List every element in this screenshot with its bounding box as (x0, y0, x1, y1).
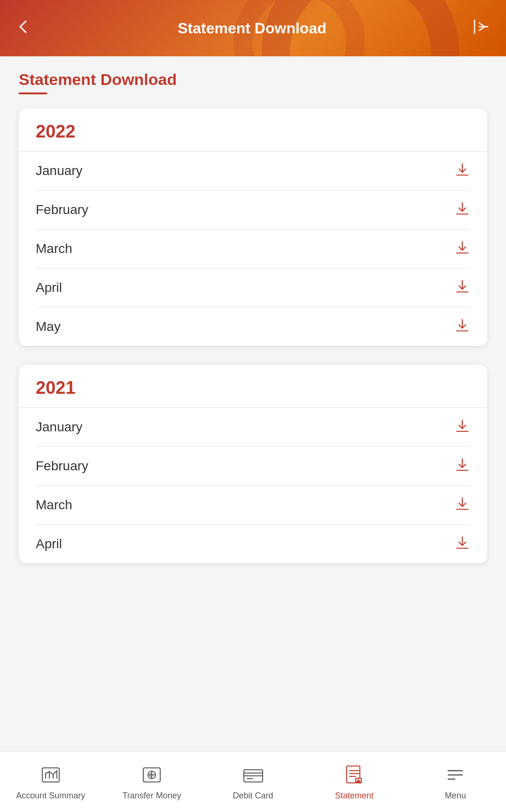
nav-item-transfer-money[interactable]: $ Transfer Money (101, 758, 202, 805)
app-header: Statement Download (0, 0, 506, 56)
debit-card-icon (241, 763, 265, 787)
transfer-money-icon: $ (140, 763, 164, 787)
nav-item-debit-card[interactable]: Debit Card (202, 758, 304, 805)
bottom-nav: Account Summary $ Transfer Money Debit C… (0, 751, 506, 812)
header-title: Statement Download (178, 20, 326, 37)
month-row-2022-january[interactable]: January (36, 152, 470, 191)
menu-icon (443, 763, 467, 787)
month-row-2021-march[interactable]: March (36, 486, 470, 525)
nav-label-transfer-money: Transfer Money (122, 791, 181, 801)
page-heading: Statement Download (19, 70, 487, 89)
month-name-2021-february: February (36, 459, 88, 474)
back-button[interactable] (14, 17, 34, 40)
month-row-2021-february[interactable]: February (36, 447, 470, 486)
nav-label-statement: Statement (335, 791, 374, 801)
download-icon-2021-march[interactable] (454, 496, 470, 514)
year-label-2021: 2021 (36, 378, 470, 398)
heading-underline (19, 92, 47, 94)
svg-text:$: $ (149, 773, 152, 778)
month-name-2022-march: March (36, 241, 72, 256)
month-row-2021-january[interactable]: January (36, 408, 470, 447)
nav-item-menu[interactable]: Menu (405, 758, 506, 805)
month-name-2021-march: March (36, 498, 72, 513)
month-row-2022-may[interactable]: May (36, 307, 470, 346)
download-icon-2022-january[interactable] (454, 162, 470, 180)
logout-button[interactable] (470, 16, 492, 41)
year-card-2022: 2022January February March April May (19, 108, 487, 346)
download-icon-2022-february[interactable] (454, 201, 470, 219)
download-icon-2021-april[interactable] (454, 535, 470, 553)
year-header-2021: 2021 (19, 365, 487, 408)
month-name-2021-january: January (36, 420, 83, 435)
nav-item-account-summary[interactable]: Account Summary (0, 758, 101, 805)
download-icon-2022-april[interactable] (454, 279, 470, 297)
year-cards-container: 2022January February March April May 202… (19, 108, 487, 563)
month-row-2022-february[interactable]: February (36, 191, 470, 230)
nav-label-debit-card: Debit Card (233, 791, 273, 801)
download-icon-2022-march[interactable] (454, 240, 470, 258)
account-summary-icon (39, 763, 63, 787)
nav-item-statement[interactable]: Statement (304, 758, 405, 805)
month-list-2021: January February March April (19, 408, 487, 563)
nav-label-menu: Menu (445, 791, 466, 801)
month-name-2022-may: May (36, 319, 61, 334)
month-row-2021-april[interactable]: April (36, 525, 470, 563)
download-icon-2022-may[interactable] (454, 318, 470, 336)
year-label-2022: 2022 (36, 122, 470, 142)
download-icon-2021-february[interactable] (454, 457, 470, 475)
month-row-2022-april[interactable]: April (36, 268, 470, 307)
year-card-2021: 2021January February March April (19, 365, 487, 563)
month-name-2022-january: January (36, 163, 83, 178)
month-name-2022-april: April (36, 280, 62, 295)
month-row-2022-march[interactable]: March (36, 230, 470, 268)
month-name-2021-april: April (36, 536, 62, 552)
nav-label-account-summary: Account Summary (16, 791, 85, 801)
year-header-2022: 2022 (19, 108, 487, 152)
statement-icon (342, 763, 366, 787)
page-content: Statement Download 2022January February … (0, 56, 506, 751)
download-icon-2021-january[interactable] (454, 418, 470, 436)
month-list-2022: January February March April May (19, 152, 487, 346)
month-name-2022-february: February (36, 202, 88, 217)
